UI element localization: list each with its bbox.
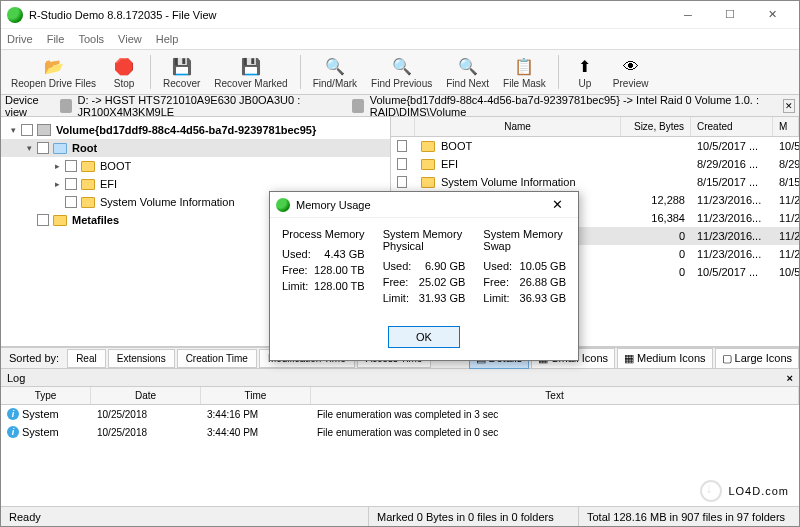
log-time: 3:44:40 PM <box>201 427 311 438</box>
recover-marked-button[interactable]: 💾Recover Marked <box>208 54 293 91</box>
log-col-text[interactable]: Text <box>311 387 799 404</box>
mem-key: Used: <box>383 260 412 272</box>
file-mask-button[interactable]: 📋File Mask <box>497 54 552 91</box>
sort-creation-time[interactable]: Creation Time <box>177 349 257 368</box>
col-created[interactable]: Created <box>691 117 773 136</box>
log-date: 10/25/2018 <box>91 409 201 420</box>
folder-icon <box>81 179 95 190</box>
file-m: 8/15 <box>773 176 799 188</box>
log-row[interactable]: iSystem10/25/20183:44:40 PMFile enumerat… <box>1 423 799 441</box>
log-row[interactable]: iSystem10/25/20183:44:16 PMFile enumerat… <box>1 405 799 423</box>
expand-icon[interactable] <box>51 179 63 189</box>
folder-icon <box>81 161 95 172</box>
find-next-button[interactable]: 🔍Find Next <box>440 54 495 91</box>
menu-file[interactable]: File <box>47 33 65 45</box>
view-large-icons[interactable]: ▢Large Icons <box>715 348 799 369</box>
file-row[interactable]: EFI8/29/2016 ...8/29 <box>391 155 799 173</box>
file-row[interactable]: System Volume Information8/15/2017 ...8/… <box>391 173 799 191</box>
menu-drive[interactable]: Drive <box>7 33 33 45</box>
checkbox[interactable] <box>37 142 49 154</box>
log-col-date[interactable]: Date <box>91 387 201 404</box>
stop-button[interactable]: 🛑Stop <box>104 54 144 91</box>
minimize-button[interactable]: ─ <box>667 1 709 29</box>
expand-icon[interactable] <box>23 143 35 153</box>
checkbox[interactable] <box>65 196 77 208</box>
file-m: 11/2 <box>773 248 799 260</box>
mem-value: 25.02 GB <box>419 276 465 288</box>
close-button[interactable]: ✕ <box>751 1 793 29</box>
sort-real[interactable]: Real <box>67 349 106 368</box>
tree-item[interactable]: BOOT <box>1 157 390 175</box>
mem-value: 6.90 GB <box>425 260 465 272</box>
file-created: 11/23/2016... <box>691 248 773 260</box>
info-icon: i <box>7 408 19 420</box>
log-title: Log <box>7 372 25 384</box>
log-col-time[interactable]: Time <box>201 387 311 404</box>
dialog-titlebar[interactable]: Memory Usage ✕ <box>270 192 578 218</box>
expand-icon[interactable] <box>51 161 63 171</box>
find-previous-button[interactable]: 🔍Find Previous <box>365 54 438 91</box>
checkbox[interactable] <box>37 214 49 226</box>
ok-button[interactable]: OK <box>388 326 460 348</box>
status-ready: Ready <box>1 507 369 526</box>
log-time: 3:44:16 PM <box>201 409 311 420</box>
file-row[interactable]: BOOT10/5/2017 ...10/5 <box>391 137 799 155</box>
tree-root[interactable]: Root <box>1 139 390 157</box>
mem-value: 36.93 GB <box>520 292 566 304</box>
statusbar: Ready Marked 0 Bytes in 0 files in 0 fol… <box>1 506 799 526</box>
device-view-tab[interactable]: Device view <box>5 95 54 117</box>
checkbox[interactable] <box>397 176 407 188</box>
dialog-close-icon[interactable]: ✕ <box>542 197 572 212</box>
menu-tools[interactable]: Tools <box>78 33 104 45</box>
dialog-column: System Memory PhysicalUsed:6.90 GBFree:2… <box>383 228 466 308</box>
log-col-type[interactable]: Type <box>1 387 91 404</box>
watermark: LO4D.com <box>700 480 789 502</box>
file-created: 11/23/2016... <box>691 212 773 224</box>
file-created: 8/15/2017 ... <box>691 176 773 188</box>
log-close-icon[interactable]: × <box>787 372 793 384</box>
sort-extensions[interactable]: Extensions <box>108 349 175 368</box>
status-total: Total 128.16 MB in 907 files in 97 folde… <box>579 507 799 526</box>
file-created: 11/23/2016... <box>691 230 773 242</box>
col-name[interactable]: Name <box>415 117 621 136</box>
sorted-by-label: Sorted by: <box>1 352 67 364</box>
preview-button[interactable]: 👁Preview <box>607 54 655 91</box>
tree-metafiles-label: Metafiles <box>72 214 119 226</box>
path-disk-2[interactable]: Volume{bd17ddf9-88c4-4d56-ba7d-9239781be… <box>370 95 777 117</box>
file-list-header: Name Size, Bytes Created M <box>391 117 799 137</box>
checkbox[interactable] <box>65 160 77 172</box>
close-tab-icon[interactable]: ✕ <box>783 99 795 113</box>
mem-key: Free: <box>282 264 308 276</box>
mem-value: 31.93 GB <box>419 292 465 304</box>
tree-item-label: EFI <box>100 178 117 190</box>
file-name: System Volume Information <box>441 176 576 188</box>
menu-view[interactable]: View <box>118 33 142 45</box>
window-title: R-Studio Demo 8.8.172035 - File View <box>29 9 667 21</box>
dialog-body: Process MemoryUsed:4.43 GBFree:128.00 TB… <box>270 218 578 318</box>
col-m[interactable]: M <box>773 117 799 136</box>
path-disk-1[interactable]: D: -> HGST HTS721010A9E630 JB0OA3U0 : JR… <box>78 95 347 117</box>
col-size[interactable]: Size, Bytes <box>621 117 691 136</box>
maximize-button[interactable]: ☐ <box>709 1 751 29</box>
col-check[interactable] <box>391 117 415 136</box>
find-mark-button[interactable]: 🔍Find/Mark <box>307 54 363 91</box>
checkbox[interactable] <box>65 178 77 190</box>
mem-value: 128.00 TB <box>314 280 365 292</box>
checkbox[interactable] <box>397 140 407 152</box>
checkbox[interactable] <box>21 124 33 136</box>
up-button[interactable]: ⬆Up <box>565 54 605 91</box>
expand-icon[interactable] <box>7 125 19 135</box>
dialog-icon <box>276 198 290 212</box>
view-medium-icons[interactable]: ▦Medium Icons <box>617 348 712 369</box>
titlebar: R-Studio Demo 8.8.172035 - File View ─ ☐… <box>1 1 799 29</box>
recover-button[interactable]: 💾Recover <box>157 54 206 91</box>
disk-icon <box>60 99 72 113</box>
reopen-drive-files-button[interactable]: 📂Reopen Drive Files <box>5 54 102 91</box>
file-m: 11/2 <box>773 230 799 242</box>
dialog-col-header: System Memory Swap <box>483 228 566 252</box>
tree-volume[interactable]: Volume{bd17ddf9-88c4-4d56-ba7d-9239781be… <box>1 121 390 139</box>
mem-key: Limit: <box>483 292 509 304</box>
file-size: 0 <box>621 230 691 242</box>
checkbox[interactable] <box>397 158 407 170</box>
menu-help[interactable]: Help <box>156 33 179 45</box>
